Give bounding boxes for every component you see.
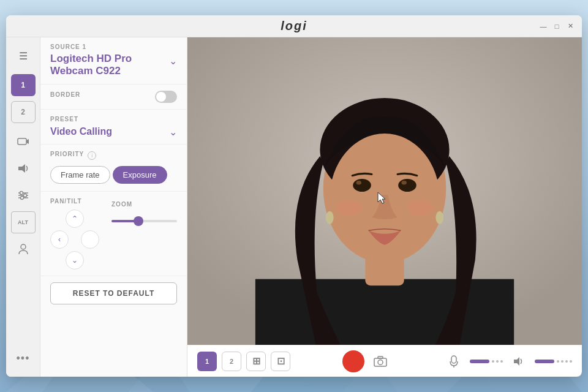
priority-exposure-button[interactable]: Exposure (113, 166, 167, 184)
svg-point-13 (20, 192, 23, 195)
toolbar-source-buttons: 1 2 ⊞ ⊡ (197, 352, 290, 371)
mic-level-indicator (470, 360, 503, 363)
svg-rect-36 (451, 356, 456, 363)
svg-point-28 (401, 181, 406, 184)
toolbar-center-buttons (342, 350, 391, 372)
sidebar-icon-person[interactable] (11, 238, 36, 260)
pan-tilt-up-button[interactable]: ⌃ (66, 209, 84, 228)
maximize-button[interactable]: □ (552, 22, 561, 31)
minimize-button[interactable]: — (539, 22, 548, 31)
sidebar-item-source1[interactable]: 1 (11, 74, 36, 96)
svg-point-14 (23, 194, 26, 197)
record-button[interactable] (342, 350, 364, 372)
svg-point-32 (407, 200, 433, 216)
app-logo: logi (281, 19, 307, 33)
pan-tilt-controls: ⌃ ‹ ⌄ (50, 209, 99, 270)
sidebar-item-source2[interactable]: 2 (11, 101, 36, 123)
sidebar-icon-menu[interactable]: ☰ (11, 45, 36, 67)
svg-point-26 (398, 179, 417, 192)
preset-chevron-icon[interactable]: ⌄ (169, 126, 177, 138)
zoom-slider[interactable] (111, 220, 177, 222)
mic-button[interactable] (443, 350, 465, 372)
preview-area: 1 2 ⊞ ⊡ (187, 37, 582, 377)
sidebar-icon-alt[interactable]: ALT (11, 211, 36, 233)
svg-point-16 (21, 244, 26, 249)
toolbar-source1-button[interactable]: 1 (197, 352, 217, 371)
svg-marker-9 (18, 164, 25, 173)
speaker-button[interactable] (508, 350, 530, 372)
zoom-group: ZOOM (111, 198, 177, 225)
toolbar-layout1-button[interactable]: ⊞ (246, 352, 266, 371)
zoom-label: ZOOM (111, 201, 132, 208)
priority-label: PRIORITY (50, 151, 84, 157)
toolbar-right-buttons (443, 350, 572, 372)
main-content: ☰ 1 2 (6, 37, 582, 377)
svg-marker-38 (514, 357, 519, 366)
border-label: BORDER (50, 91, 80, 98)
window-controls[interactable]: — □ ✕ (539, 22, 575, 31)
priority-framerate-button[interactable]: Frame rate (50, 166, 110, 184)
camera-chevron-icon[interactable]: ⌄ (169, 55, 177, 67)
svg-point-30 (435, 211, 443, 224)
priority-info-icon[interactable]: i (88, 151, 96, 160)
pan-tilt-left-button[interactable]: ‹ (50, 230, 69, 249)
toolbar-source2-button[interactable]: 2 (222, 352, 241, 371)
svg-point-29 (326, 211, 334, 224)
source-header: SOURCE 1 Logitech HD Pro Webcam C922 ⌄ (40, 37, 187, 85)
svg-rect-20 (255, 279, 514, 345)
source-label: SOURCE 1 (50, 43, 177, 50)
bottom-toolbar: 1 2 ⊞ ⊡ (187, 345, 582, 377)
svg-point-15 (20, 197, 23, 200)
pan-tilt-label: PAN/TILT (50, 198, 82, 205)
screenshot-button[interactable] (369, 350, 391, 372)
speaker-level-indicator (535, 360, 572, 363)
border-section: BORDER (40, 85, 187, 110)
preset-value: Video Calling (50, 126, 112, 137)
reset-button[interactable]: RESET TO DEFAULT (50, 282, 177, 304)
priority-section: PRIORITY i Frame rate Exposure (40, 145, 187, 192)
sidebar-icon-sliders[interactable] (11, 184, 36, 206)
sidebar-icon-camera[interactable] (11, 130, 36, 153)
camera-preview (187, 37, 582, 345)
svg-point-27 (356, 181, 361, 184)
svg-rect-35 (378, 356, 383, 358)
pan-tilt-down-button[interactable]: ⌄ (66, 251, 84, 270)
pan-tilt-zoom-section: PAN/TILT ⌃ ‹ ⌄ ZOOM (40, 192, 187, 276)
control-panel: SOURCE 1 Logitech HD Pro Webcam C922 ⌄ B… (40, 37, 187, 377)
preset-label: PRESET (50, 116, 177, 123)
svg-point-34 (378, 360, 383, 364)
preset-section: PRESET Video Calling ⌄ (40, 110, 187, 145)
reset-section: RESET TO DEFAULT (40, 276, 187, 311)
svg-point-25 (353, 179, 371, 192)
svg-rect-7 (18, 138, 26, 145)
sidebar-icon-more[interactable]: ••• (11, 347, 36, 369)
svg-point-31 (336, 200, 362, 216)
border-toggle[interactable] (155, 91, 177, 103)
toolbar-layout2-button[interactable]: ⊡ (271, 352, 290, 371)
pan-tilt-right-button[interactable] (81, 230, 99, 249)
sidebar-icon-audio[interactable] (11, 157, 36, 179)
camera-name: Logitech HD Pro Webcam C922 (50, 53, 164, 78)
title-bar: logi — □ ✕ (6, 15, 582, 37)
close-button[interactable]: ✕ (566, 22, 575, 31)
sidebar: ☰ 1 2 (6, 37, 40, 377)
pan-tilt-group: PAN/TILT ⌃ ‹ ⌄ (50, 198, 99, 270)
